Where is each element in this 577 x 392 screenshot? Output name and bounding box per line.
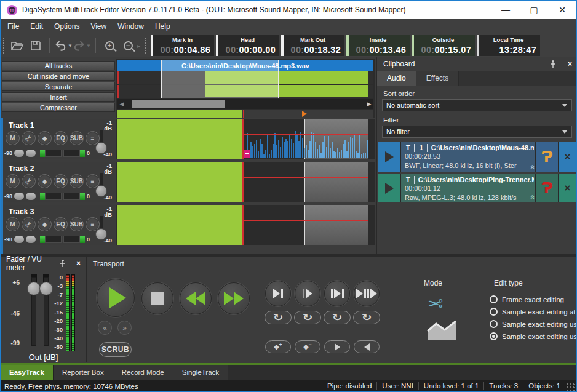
pan-button[interactable] [14,236,24,243]
pan-button[interactable] [26,236,36,243]
track-fader-knob[interactable] [95,185,107,197]
rewind-button[interactable] [180,282,212,314]
play-between-marks-button[interactable] [324,281,350,306]
marker-button[interactable]: ◆ [38,174,52,188]
scrollbar-thumb[interactable] [132,100,225,108]
close-panel-icon[interactable]: × [76,260,81,267]
pin-icon[interactable] [59,260,66,268]
menu-help[interactable]: Help [149,20,176,33]
pan-button[interactable] [26,193,36,200]
marker-button[interactable]: ◆ [38,131,52,145]
play-button[interactable] [97,279,135,317]
edit-cursor[interactable] [242,162,244,202]
scroll-right-icon[interactable]: ▶ [365,101,373,107]
radio-sample-exact-us1[interactable]: Sample exact editing us [490,320,577,328]
next-marker-button[interactable] [324,340,350,353]
play-clip-button[interactable] [378,174,400,202]
undo-dropdown-icon[interactable]: ▼ [68,43,73,49]
button-cut-inside-and-move[interactable]: Cut inside and move [2,71,115,81]
edit-cursor[interactable] [242,205,244,245]
envelope-mode-icon[interactable] [426,319,458,341]
play-around-mark-button[interactable] [354,281,380,306]
clip-start-marker[interactable] [244,150,250,158]
toolbar-drag-handle[interactable] [144,37,147,54]
sub-button[interactable]: SUB [70,131,84,145]
sub-button[interactable]: SUB [70,217,84,231]
toolbar-drag-handle[interactable] [2,37,6,54]
menu-edit[interactable]: Edit [25,20,49,33]
tab-easytrack[interactable]: EasyTrack [1,365,54,380]
loop-button[interactable]: ↻ [265,311,292,324]
listen-ear-icon[interactable]: Ɂ [536,174,558,202]
step-back-button[interactable]: « [98,321,112,335]
menu-file[interactable]: File [2,20,25,33]
tab-record-mode[interactable]: Record Mode [113,365,173,380]
scroll-left-icon[interactable]: ◀ [117,101,126,107]
pin-icon[interactable] [549,60,557,68]
menu-view[interactable]: View [85,20,112,33]
menu-window[interactable]: Window [112,20,149,33]
pan-button[interactable] [26,150,36,157]
zoom-in-icon[interactable]: + [100,36,119,55]
timeline-ruler[interactable] [117,110,373,118]
play-from-mark-button[interactable] [295,281,320,306]
maximize-button[interactable]: ▢ [520,1,548,19]
undo-icon[interactable]: ▼ [54,36,73,55]
fast-forward-button[interactable] [218,282,250,314]
prev-marker-button[interactable] [354,340,380,353]
tab-reporter-box[interactable]: Reporter Box [54,365,113,380]
close-panel-icon[interactable]: × [568,60,572,68]
audio-clip[interactable] [117,119,242,159]
fader-knob-left[interactable] [27,282,41,295]
track-lane-2[interactable] [116,162,375,202]
eq-button[interactable]: EQ [54,174,68,188]
step-forward-button[interactable]: » [117,321,132,335]
add-marker-button[interactable]: ◆+ [265,340,291,353]
mute-button[interactable]: M [6,131,20,145]
expand-icon[interactable]: » [527,165,536,169]
sub-button[interactable]: SUB [70,174,84,188]
playhead-marker-icon[interactable] [302,111,307,117]
button-compressor[interactable]: Compressor [2,103,115,112]
tab-effects[interactable]: Effects [416,71,459,86]
radio-sample-exact-us2[interactable]: Sample exact editing us [490,332,577,340]
stop-button[interactable] [141,282,173,314]
listen-ear-icon[interactable]: Ɂ [536,142,558,172]
sort-order-select[interactable]: No automatic sort [382,99,572,111]
track-lane-3[interactable] [116,205,375,245]
tab-singletrack[interactable]: SingleTrack [173,365,228,380]
track-fader-knob[interactable] [95,228,107,240]
audio-clip[interactable] [117,205,242,245]
play-to-mark-button[interactable] [265,281,291,306]
eq-button[interactable]: EQ [54,217,68,231]
mute-button[interactable]: M [6,174,20,188]
button-all-tracks[interactable]: All tracks [2,61,115,70]
play-clip-button[interactable] [378,142,400,172]
clipboard-item-2[interactable]: T C:\Users\nin\Desktop\Ping-Trenner.M 00… [378,174,576,202]
track-fader-knob[interactable] [95,142,107,154]
radio-frame-exact[interactable]: Frame exact editing [490,295,564,303]
overview-area[interactable]: C:\Users\nin\Desktop\Maus-48.mp3.wav ◀ ▶ [116,59,375,118]
marker-button[interactable]: ◆ [38,217,52,231]
minimize-button[interactable]: — [491,1,520,19]
loop-button[interactable]: ↻ [294,311,321,324]
zoom-out-icon[interactable]: − [119,36,137,55]
overview-scrollbar[interactable]: ◀ ▶ [117,99,373,109]
loop-button[interactable]: ↻ [353,311,380,324]
resize-grip[interactable] [567,383,575,392]
audio-clip[interactable] [117,162,242,202]
expand-icon[interactable]: » [527,195,536,199]
loop-button[interactable]: ↻ [324,311,351,324]
remove-clip-button[interactable]: × [558,174,576,202]
filter-select[interactable]: No filter [382,126,572,138]
pan-button[interactable] [14,150,24,157]
button-separate[interactable]: Separate [2,82,115,91]
scrub-button[interactable]: SCRUB [99,342,132,357]
remove-marker-button[interactable]: ◆− [295,340,320,353]
menu-options[interactable]: Options [49,20,85,33]
button-insert[interactable]: Insert [2,92,115,102]
eq-button[interactable]: EQ [54,131,68,145]
cut-mode-icon[interactable]: ✂ [428,293,443,314]
track-lane-1[interactable] [116,119,375,159]
open-file-icon[interactable] [8,36,26,55]
